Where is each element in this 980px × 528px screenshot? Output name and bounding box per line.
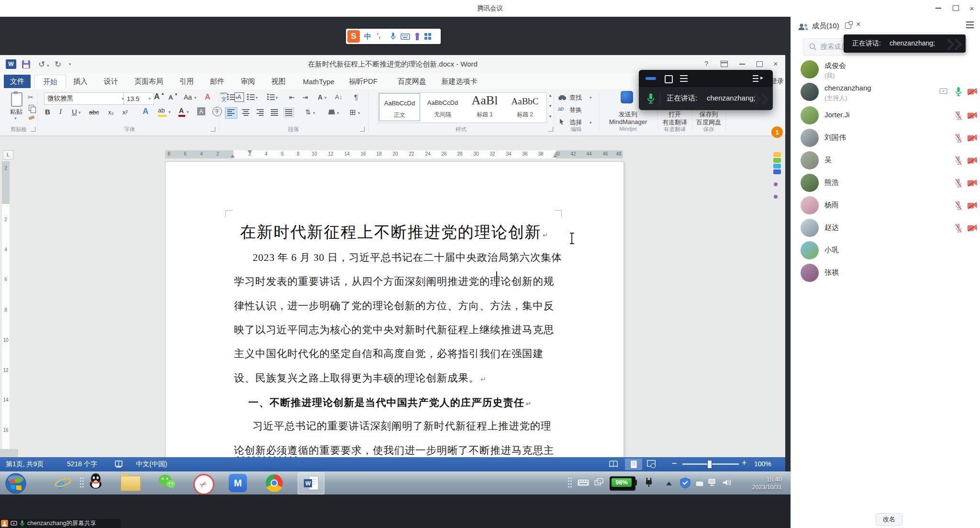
word-taskbar-button-active[interactable]: W	[298, 472, 324, 494]
qq-icon[interactable]	[89, 473, 103, 489]
member-row[interactable]: chenzanzhang (主持人)	[791, 83, 980, 105]
paste-button[interactable]: 粘贴 ▾	[5, 91, 28, 124]
font-name-dropdown[interactable]: 微软雅黑▾	[44, 92, 127, 105]
toolbar-restore-button[interactable]	[665, 75, 673, 83]
decrease-indent-button[interactable]: ⇤	[289, 93, 295, 101]
sogou-punct-toggle[interactable]: ’,	[377, 32, 380, 39]
camera-off-icon[interactable]	[967, 157, 978, 164]
camera-off-icon[interactable]	[967, 88, 978, 95]
language-indicator[interactable]: 中文(中国)	[136, 460, 167, 469]
floating-marker[interactable]	[771, 192, 784, 201]
camera-off-icon[interactable]	[967, 112, 978, 119]
first-line-indent-marker[interactable]	[247, 150, 252, 154]
camera-off-icon[interactable]	[967, 202, 978, 209]
power-plug-icon[interactable]	[645, 477, 653, 488]
member-row[interactable]: 成俊会 (我)	[791, 60, 980, 83]
hanging-indent-marker[interactable]	[230, 155, 235, 157]
styles-dialog-launcher[interactable]	[548, 127, 553, 132]
member-row[interactable]: 赵达	[791, 219, 980, 241]
m-app-icon[interactable]: M	[229, 474, 247, 492]
member-row[interactable]: Jorter.Ji	[791, 106, 980, 129]
help-button[interactable]: ?	[704, 59, 708, 67]
align-right-button[interactable]	[256, 109, 264, 116]
zoom-slider-thumb[interactable]	[707, 460, 712, 469]
tab-selector[interactable]: L	[3, 150, 13, 159]
distribute-button[interactable]	[285, 109, 292, 116]
read-mode-button[interactable]	[609, 461, 618, 468]
tab-file[interactable]: 文件	[4, 75, 31, 88]
tab-foxit-pdf[interactable]: 福昕PDF	[344, 75, 383, 88]
toolbar-menu-button[interactable]	[680, 75, 688, 82]
word-close-button[interactable]: ×	[769, 59, 782, 69]
shading-button[interactable]	[328, 110, 335, 114]
mic-off-icon[interactable]	[955, 201, 962, 211]
mindmanager-icon[interactable]	[621, 91, 633, 103]
tab-review[interactable]: 审阅	[234, 75, 261, 88]
right-indent-marker[interactable]	[553, 155, 557, 157]
member-row[interactable]: 熊浩	[791, 174, 980, 196]
align-left-button-active[interactable]	[225, 107, 237, 119]
member-row[interactable]: 小巩	[791, 241, 980, 264]
clear-formatting-button[interactable]: A	[205, 93, 211, 101]
word-count[interactable]: 5218 个字	[67, 460, 97, 469]
style-normal[interactable]: AaBbCcDd 正文	[379, 93, 420, 121]
sogou-toolbox-icon[interactable]	[424, 33, 431, 40]
style-no-spacing[interactable]: AaBbCcDd 无间隔	[421, 93, 464, 120]
camera-off-icon[interactable]	[967, 225, 978, 232]
member-row[interactable]: 杨雨	[791, 196, 980, 219]
sharing-screen-icon[interactable]	[939, 88, 947, 95]
grow-font-button[interactable]: A	[154, 92, 160, 101]
screenshot-tool-icon[interactable]: ✂	[193, 474, 214, 495]
shrink-font-button[interactable]: A	[168, 94, 173, 101]
tab-new-tab[interactable]: 新建选项卡	[436, 75, 482, 88]
tray-keyboard-icon[interactable]	[577, 479, 590, 486]
tab-baidu-pan[interactable]: 百度网盘	[391, 75, 433, 88]
internet-explorer-icon[interactable]: e	[54, 474, 73, 493]
panel-menu-button[interactable]	[966, 22, 974, 28]
show-hide-marks-button[interactable]: ¶	[354, 93, 358, 101]
page-indicator[interactable]: 第1页, 共9页	[6, 460, 44, 469]
mic-off-icon[interactable]	[955, 133, 962, 143]
save-to-baidu-button-top[interactable]: 保存到	[692, 110, 725, 119]
sogou-skin-icon[interactable]	[414, 32, 421, 41]
tray-expand-button[interactable]	[666, 482, 672, 485]
mic-on-icon[interactable]	[955, 87, 962, 97]
tab-design[interactable]: 设计	[98, 75, 124, 88]
web-layout-button[interactable]	[647, 460, 656, 468]
mic-off-icon[interactable]	[955, 111, 962, 121]
camera-off-icon[interactable]	[967, 180, 978, 187]
tab-page-layout[interactable]: 页面布局	[128, 75, 169, 88]
panel-popout-button[interactable]	[845, 22, 851, 29]
font-dialog-launcher[interactable]	[211, 127, 215, 132]
member-row[interactable]: 吴	[791, 151, 980, 174]
send-to-mindmanager-button-bottom[interactable]: MindManager	[599, 118, 657, 125]
proofing-status-icon[interactable]	[115, 461, 123, 468]
word-restore-button[interactable]	[753, 59, 766, 69]
tab-mathtype[interactable]: MathType	[296, 75, 342, 88]
zoom-out-button[interactable]: −	[672, 459, 677, 469]
toolbar-collapse-button[interactable]	[753, 75, 758, 82]
italic-button[interactable]: I	[59, 108, 62, 116]
sogou-input-bar[interactable]: S 中 ’,	[346, 29, 441, 44]
underline-button[interactable]: U	[72, 108, 77, 116]
tray-grip[interactable]	[568, 477, 572, 489]
subscript-button[interactable]: x₂	[108, 109, 114, 116]
sogou-keyboard-icon[interactable]	[401, 34, 410, 40]
font-size-dropdown[interactable]: 13.5▾	[123, 92, 154, 105]
floating-color-stack[interactable]	[773, 152, 781, 174]
file-manager-icon[interactable]	[121, 476, 141, 491]
tray-clock[interactable]: 15:40 2023/10/31	[736, 475, 782, 492]
styles-scrollbar[interactable]: ▲ ▼ ▼	[546, 92, 554, 122]
send-to-mindmanager-button-top[interactable]: 发送到	[599, 110, 657, 119]
numbering-button[interactable]	[247, 93, 255, 101]
rename-button[interactable]: 改名	[876, 513, 902, 526]
volume-icon[interactable]	[723, 479, 731, 486]
replace-button[interactable]: 替换	[569, 106, 582, 114]
copy-button[interactable]	[29, 105, 34, 111]
format-painter-button[interactable]	[28, 115, 34, 120]
style-heading2[interactable]: AaBbC 标题 2	[505, 93, 545, 120]
battery-indicator[interactable]: 98%	[610, 476, 635, 491]
style-heading1[interactable]: AaBl 标题 1	[465, 93, 504, 120]
character-shading-button[interactable]: A	[197, 107, 205, 115]
chrome-icon[interactable]	[265, 474, 283, 492]
